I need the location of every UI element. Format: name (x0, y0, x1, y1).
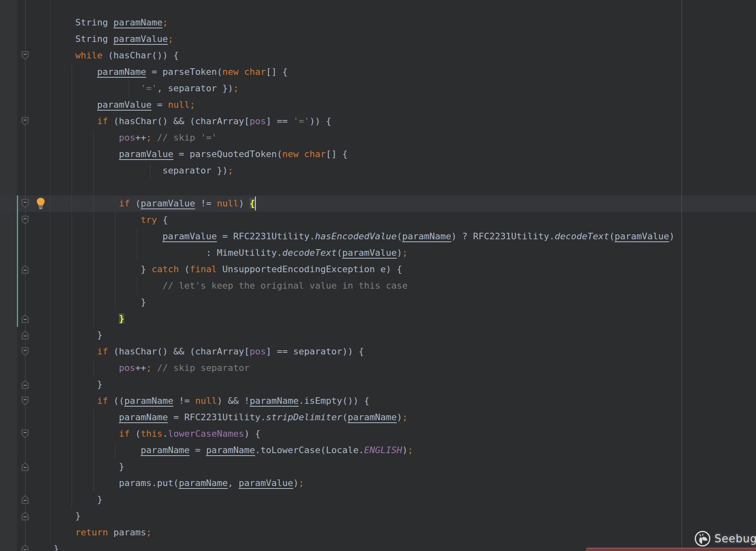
vcs-change-marker[interactable] (17, 195, 18, 327)
code-line[interactable]: if (hasChar() && (charArray[pos] == '=')… (32, 113, 332, 130)
code-line[interactable]: if (hasChar() && (charArray[pos] == sepa… (32, 343, 364, 360)
fold-marker-up[interactable] (21, 331, 29, 340)
code-line[interactable]: : MimeUtility.decodeText(paramValue); (32, 245, 408, 261)
code-line[interactable]: } (32, 458, 124, 475)
code-line[interactable]: } (32, 508, 81, 524)
code-line[interactable]: pos++; // skip separator (32, 360, 250, 376)
code-line[interactable]: paramName = parseToken(new char[] { (32, 64, 288, 80)
fold-marker-up[interactable] (21, 544, 29, 551)
code-line[interactable]: } (32, 310, 124, 327)
code-line[interactable]: String paramValue; (32, 31, 173, 47)
code-line[interactable]: pos++; // skip '=' (32, 130, 217, 146)
fold-marker-up[interactable] (21, 380, 29, 389)
code-line[interactable]: paramName = paramName.toLowerCase(Locale… (32, 442, 413, 458)
code-line[interactable]: paramValue = null; (32, 97, 195, 113)
fold-marker-up[interactable] (21, 462, 29, 471)
code-line[interactable]: } catch (final UnsupportedEncodingExcept… (32, 261, 402, 278)
code-line[interactable]: paramValue = RFC2231Utility.hasEncodedVa… (32, 228, 675, 245)
code-line[interactable]: if (paramValue != null) { (32, 195, 255, 212)
code-editor[interactable]: String paramName; String paramValue; whi… (0, 0, 756, 551)
fold-marker-down[interactable] (21, 117, 29, 126)
bottom-notification-bar[interactable] (586, 548, 756, 551)
code-line[interactable]: try { (32, 212, 168, 228)
right-margin-guide (682, 0, 682, 551)
seebug-bug-icon (694, 530, 711, 547)
code-line[interactable]: } (32, 327, 102, 343)
code-line[interactable]: '=', separator }); (32, 80, 239, 97)
code-line[interactable]: } (32, 541, 59, 551)
code-line[interactable]: if (this.lowerCaseNames) { (32, 426, 260, 442)
seebug-logo: Seebug (694, 530, 756, 547)
code-line[interactable]: paramName = RFC2231Utility.stripDelimite… (32, 409, 408, 426)
fold-marker-down[interactable] (21, 51, 29, 60)
code-line[interactable]: // let's keep the original value in this… (32, 278, 408, 294)
fold-marker-up[interactable] (21, 495, 29, 504)
fold-marker-down[interactable] (21, 347, 29, 356)
code-line[interactable]: params.put(paramName, paramValue); (32, 475, 304, 491)
editor-gutter (0, 0, 17, 551)
fold-marker-down[interactable] (21, 215, 29, 225)
seebug-logo-text: Seebug (714, 532, 756, 545)
code-line[interactable]: separator }); (32, 162, 233, 179)
fold-marker-down[interactable] (21, 199, 29, 208)
code-line[interactable]: return params; (32, 524, 151, 541)
code-line[interactable]: } (32, 294, 146, 310)
code-line[interactable]: if ((paramName != null) && !paramName.is… (32, 393, 369, 409)
fold-marker-down[interactable] (21, 396, 29, 405)
code-line[interactable]: } (32, 376, 102, 393)
code-line[interactable]: String paramName; (32, 14, 168, 31)
fold-marker-up[interactable] (21, 512, 29, 521)
text-caret (255, 197, 256, 211)
fold-marker-up[interactable] (21, 314, 29, 323)
fold-marker-up[interactable] (21, 265, 29, 274)
code-line[interactable]: } (32, 491, 102, 508)
fold-marker-down[interactable] (21, 429, 29, 438)
code-line[interactable]: while (hasChar()) { (32, 47, 179, 64)
code-line[interactable]: paramValue = parseQuotedToken(new char[]… (32, 146, 348, 162)
